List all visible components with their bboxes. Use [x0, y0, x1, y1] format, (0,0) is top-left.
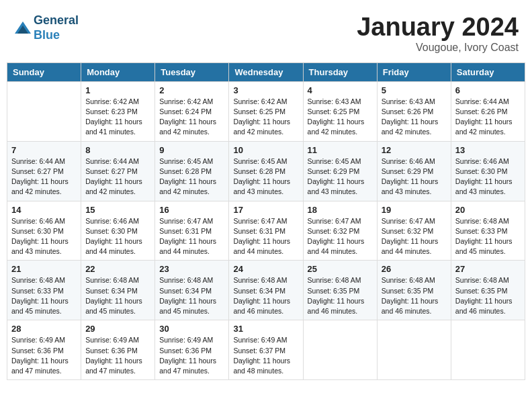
- calendar-cell: 31Sunrise: 6:49 AM Sunset: 6:37 PM Dayli…: [229, 320, 303, 380]
- calendar-cell: 3Sunrise: 6:42 AM Sunset: 6:25 PM Daylig…: [229, 81, 303, 141]
- weekday-header-row: SundayMondayTuesdayWednesdayThursdayFrid…: [7, 62, 525, 81]
- calendar-cell: 10Sunrise: 6:45 AM Sunset: 6:28 PM Dayli…: [229, 141, 303, 201]
- calendar-week-row: 7Sunrise: 6:44 AM Sunset: 6:27 PM Daylig…: [7, 141, 525, 201]
- calendar-cell: 26Sunrise: 6:48 AM Sunset: 6:35 PM Dayli…: [377, 261, 451, 320]
- calendar-cell: 15Sunrise: 6:46 AM Sunset: 6:30 PM Dayli…: [81, 201, 155, 261]
- cell-sun-info: Sunrise: 6:49 AM Sunset: 6:36 PM Dayligh…: [11, 335, 77, 376]
- day-number: 6: [455, 85, 521, 95]
- logo-line1: General: [34, 13, 79, 28]
- day-number: 27: [455, 264, 521, 274]
- weekday-header-saturday: Saturday: [451, 62, 525, 81]
- day-number: 25: [308, 264, 373, 274]
- logo-line2: Blue: [34, 28, 79, 43]
- cell-sun-info: Sunrise: 6:48 AM Sunset: 6:33 PM Dayligh…: [455, 216, 521, 257]
- calendar-cell: 21Sunrise: 6:48 AM Sunset: 6:33 PM Dayli…: [7, 261, 81, 320]
- cell-sun-info: Sunrise: 6:44 AM Sunset: 6:27 PM Dayligh…: [11, 156, 77, 197]
- calendar-cell: 4Sunrise: 6:43 AM Sunset: 6:25 PM Daylig…: [303, 81, 377, 141]
- cell-sun-info: Sunrise: 6:45 AM Sunset: 6:28 PM Dayligh…: [233, 156, 298, 197]
- cell-sun-info: Sunrise: 6:44 AM Sunset: 6:27 PM Dayligh…: [85, 156, 150, 197]
- logo: General Blue: [13, 13, 79, 42]
- calendar-cell: 8Sunrise: 6:44 AM Sunset: 6:27 PM Daylig…: [81, 141, 155, 201]
- calendar-cell: 2Sunrise: 6:42 AM Sunset: 6:24 PM Daylig…: [155, 81, 229, 141]
- month-year-title: January 2024: [357, 13, 519, 42]
- calendar-cell: 11Sunrise: 6:45 AM Sunset: 6:29 PM Dayli…: [303, 141, 377, 201]
- calendar-cell: 19Sunrise: 6:47 AM Sunset: 6:32 PM Dayli…: [377, 201, 451, 261]
- calendar-week-row: 14Sunrise: 6:46 AM Sunset: 6:30 PM Dayli…: [7, 201, 525, 261]
- day-number: 8: [85, 145, 150, 155]
- cell-sun-info: Sunrise: 6:47 AM Sunset: 6:31 PM Dayligh…: [159, 216, 224, 257]
- calendar-cell: [7, 81, 81, 141]
- calendar-cell: [377, 320, 451, 380]
- cell-sun-info: Sunrise: 6:47 AM Sunset: 6:32 PM Dayligh…: [382, 216, 447, 257]
- calendar-week-row: 1Sunrise: 6:42 AM Sunset: 6:23 PM Daylig…: [7, 81, 525, 141]
- calendar-cell: 13Sunrise: 6:46 AM Sunset: 6:30 PM Dayli…: [451, 141, 525, 201]
- day-number: 19: [382, 205, 447, 215]
- cell-sun-info: Sunrise: 6:46 AM Sunset: 6:30 PM Dayligh…: [11, 216, 77, 257]
- cell-sun-info: Sunrise: 6:48 AM Sunset: 6:34 PM Dayligh…: [233, 275, 298, 316]
- day-number: 16: [159, 205, 224, 215]
- weekday-header-sunday: Sunday: [7, 62, 81, 81]
- cell-sun-info: Sunrise: 6:48 AM Sunset: 6:34 PM Dayligh…: [159, 275, 224, 316]
- calendar-cell: 6Sunrise: 6:44 AM Sunset: 6:26 PM Daylig…: [451, 81, 525, 141]
- day-number: 20: [455, 205, 521, 215]
- weekday-header-friday: Friday: [377, 62, 451, 81]
- calendar-week-row: 28Sunrise: 6:49 AM Sunset: 6:36 PM Dayli…: [7, 320, 525, 380]
- day-number: 9: [159, 145, 224, 155]
- location-subtitle: Vougoue, Ivory Coast: [357, 42, 519, 54]
- calendar-cell: 1Sunrise: 6:42 AM Sunset: 6:23 PM Daylig…: [81, 81, 155, 141]
- logo-icon: [13, 19, 32, 38]
- cell-sun-info: Sunrise: 6:48 AM Sunset: 6:34 PM Dayligh…: [85, 275, 150, 316]
- calendar-table: SundayMondayTuesdayWednesdayThursdayFrid…: [7, 62, 525, 380]
- calendar-cell: 14Sunrise: 6:46 AM Sunset: 6:30 PM Dayli…: [7, 201, 81, 261]
- cell-sun-info: Sunrise: 6:47 AM Sunset: 6:32 PM Dayligh…: [308, 216, 373, 257]
- calendar-cell: 9Sunrise: 6:45 AM Sunset: 6:28 PM Daylig…: [155, 141, 229, 201]
- calendar-cell: 20Sunrise: 6:48 AM Sunset: 6:33 PM Dayli…: [451, 201, 525, 261]
- weekday-header-tuesday: Tuesday: [155, 62, 229, 81]
- day-number: 18: [308, 205, 373, 215]
- cell-sun-info: Sunrise: 6:43 AM Sunset: 6:26 PM Dayligh…: [382, 97, 447, 138]
- calendar-cell: 25Sunrise: 6:48 AM Sunset: 6:35 PM Dayli…: [303, 261, 377, 320]
- day-number: 4: [308, 85, 373, 95]
- calendar-cell: 28Sunrise: 6:49 AM Sunset: 6:36 PM Dayli…: [7, 320, 81, 380]
- weekday-header-monday: Monday: [81, 62, 155, 81]
- calendar-cell: 22Sunrise: 6:48 AM Sunset: 6:34 PM Dayli…: [81, 261, 155, 320]
- cell-sun-info: Sunrise: 6:42 AM Sunset: 6:24 PM Dayligh…: [159, 97, 224, 138]
- day-number: 29: [85, 324, 150, 334]
- calendar-cell: [451, 320, 525, 380]
- day-number: 10: [233, 145, 298, 155]
- weekday-header-wednesday: Wednesday: [229, 62, 303, 81]
- calendar-cell: 27Sunrise: 6:48 AM Sunset: 6:35 PM Dayli…: [451, 261, 525, 320]
- calendar-cell: 12Sunrise: 6:46 AM Sunset: 6:29 PM Dayli…: [377, 141, 451, 201]
- day-number: 23: [159, 264, 224, 274]
- cell-sun-info: Sunrise: 6:46 AM Sunset: 6:30 PM Dayligh…: [85, 216, 150, 257]
- cell-sun-info: Sunrise: 6:48 AM Sunset: 6:35 PM Dayligh…: [308, 275, 373, 316]
- cell-sun-info: Sunrise: 6:46 AM Sunset: 6:29 PM Dayligh…: [382, 156, 447, 197]
- cell-sun-info: Sunrise: 6:42 AM Sunset: 6:25 PM Dayligh…: [233, 97, 298, 138]
- cell-sun-info: Sunrise: 6:46 AM Sunset: 6:30 PM Dayligh…: [455, 156, 521, 197]
- cell-sun-info: Sunrise: 6:47 AM Sunset: 6:31 PM Dayligh…: [233, 216, 298, 257]
- calendar-cell: 17Sunrise: 6:47 AM Sunset: 6:31 PM Dayli…: [229, 201, 303, 261]
- title-block: January 2024 Vougoue, Ivory Coast: [357, 13, 519, 54]
- day-number: 26: [382, 264, 447, 274]
- calendar-cell: 18Sunrise: 6:47 AM Sunset: 6:32 PM Dayli…: [303, 201, 377, 261]
- cell-sun-info: Sunrise: 6:48 AM Sunset: 6:35 PM Dayligh…: [382, 275, 447, 316]
- day-number: 31: [233, 324, 298, 334]
- calendar-cell: 30Sunrise: 6:49 AM Sunset: 6:36 PM Dayli…: [155, 320, 229, 380]
- calendar-cell: 23Sunrise: 6:48 AM Sunset: 6:34 PM Dayli…: [155, 261, 229, 320]
- weekday-header-thursday: Thursday: [303, 62, 377, 81]
- cell-sun-info: Sunrise: 6:49 AM Sunset: 6:36 PM Dayligh…: [159, 335, 224, 376]
- cell-sun-info: Sunrise: 6:45 AM Sunset: 6:28 PM Dayligh…: [159, 156, 224, 197]
- day-number: 30: [159, 324, 224, 334]
- day-number: 28: [11, 324, 77, 334]
- day-number: 15: [85, 205, 150, 215]
- cell-sun-info: Sunrise: 6:49 AM Sunset: 6:37 PM Dayligh…: [233, 335, 298, 376]
- day-number: 7: [11, 145, 77, 155]
- day-number: 21: [11, 264, 77, 274]
- calendar-cell: 29Sunrise: 6:49 AM Sunset: 6:36 PM Dayli…: [81, 320, 155, 380]
- day-number: 24: [233, 264, 298, 274]
- cell-sun-info: Sunrise: 6:44 AM Sunset: 6:26 PM Dayligh…: [455, 97, 521, 138]
- calendar-cell: 7Sunrise: 6:44 AM Sunset: 6:27 PM Daylig…: [7, 141, 81, 201]
- calendar-week-row: 21Sunrise: 6:48 AM Sunset: 6:33 PM Dayli…: [7, 261, 525, 320]
- day-number: 22: [85, 264, 150, 274]
- calendar-cell: 5Sunrise: 6:43 AM Sunset: 6:26 PM Daylig…: [377, 81, 451, 141]
